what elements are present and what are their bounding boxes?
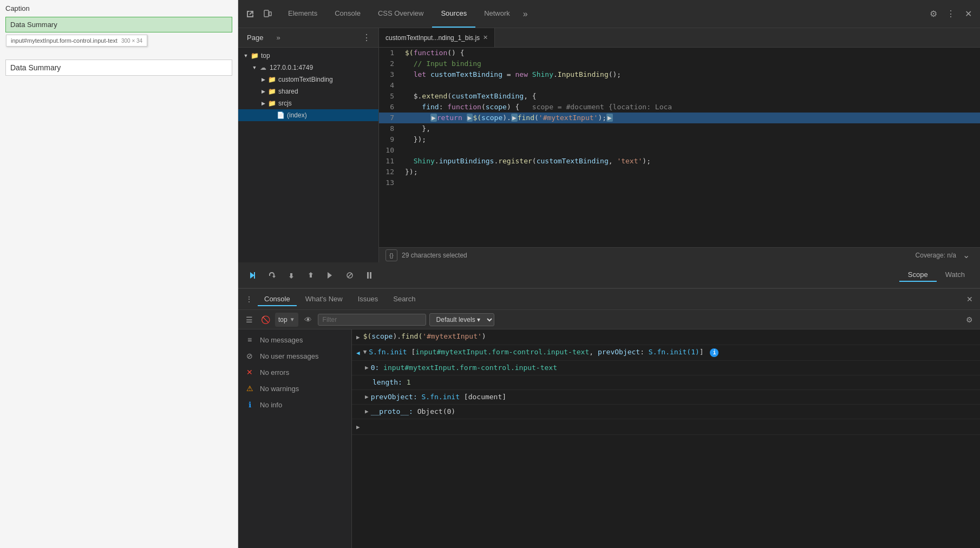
tab-elements[interactable]: Elements (279, 0, 326, 28)
console-tab-console[interactable]: Console (258, 293, 297, 306)
console-close-button[interactable]: ✕ (964, 293, 976, 305)
code-tab-active[interactable]: customTextInput...nding_1_bis.js ✕ (379, 28, 495, 47)
code-line-12: 12 }); (379, 167, 980, 177)
child-0-value[interactable]: input#mytextInput.form-control.input-tex… (383, 364, 557, 372)
filter-label-errors: No errors (260, 368, 289, 377)
pretty-print-button[interactable]: {} (386, 249, 397, 261)
more-arrow[interactable]: ▶ (356, 421, 360, 432)
line-number-6: 6 (379, 102, 401, 113)
code-line-7: 7 ▶return ▶$(scope).▶find('#mytextInput'… (379, 113, 980, 123)
tree-item-top[interactable]: ▼ 📁 top (238, 50, 378, 62)
watch-tab[interactable]: Watch (937, 268, 974, 282)
sub-tab-page[interactable]: Page (243, 34, 267, 42)
filter-no-user-messages[interactable]: ⊘ No user messages (238, 348, 351, 364)
console-filter-input[interactable] (318, 314, 426, 326)
inspect-element-button[interactable] (243, 6, 258, 22)
result-prevobj-prop: prevObject (598, 348, 640, 356)
resume-button[interactable] (245, 268, 260, 283)
close-devtools-button[interactable]: ✕ (961, 6, 976, 22)
filter-no-errors[interactable]: ✕ No errors (238, 364, 351, 380)
console-sidebar-toggle[interactable]: ☰ (243, 313, 256, 326)
console-tab-search[interactable]: Search (387, 293, 422, 306)
tree-item-server[interactable]: ▼ ☁ 127.0.0.1:4749 (238, 62, 378, 74)
tree-label-srcjs: srcjs (278, 100, 292, 107)
data-summary-input[interactable] (5, 60, 232, 76)
more-tabs-button[interactable]: » (519, 9, 532, 19)
step-into-button[interactable] (284, 268, 299, 283)
filter-no-info[interactable]: ℹ No info (238, 397, 351, 413)
tree-item-shared[interactable]: ▶ 📁 shared (238, 85, 378, 97)
step-out-button[interactable] (303, 268, 318, 283)
clear-console-button[interactable]: 🚫 (259, 313, 272, 326)
console-settings-button[interactable]: ⚙ (963, 313, 976, 326)
result-input-link[interactable]: input#mytextInput.form-control.input-tex… (415, 348, 589, 356)
code-content[interactable]: 1 $(function() { 2 // Input binding 3 le… (379, 48, 980, 247)
tab-sources[interactable]: Sources (432, 0, 475, 28)
debugger-toolbar: Scope Watch (238, 262, 980, 288)
proto-arrow[interactable]: ▶ (365, 407, 369, 417)
line-number-12: 12 (379, 167, 401, 177)
tree-item-srcjs[interactable]: ▶ 📁 srcjs (238, 97, 378, 109)
code-editor-area: customTextInput...nding_1_bis.js ✕ 1 $(f… (379, 28, 980, 262)
prevobject-prop: prevObject: (371, 393, 422, 401)
proto-prop: __proto__: (371, 407, 417, 415)
console-line-child-0: ▶ 0: input#mytextInput.form-control.inpu… (352, 361, 980, 375)
result-expand-arrow[interactable]: ▼ (363, 347, 367, 357)
more-options-button[interactable]: ⋮ (943, 6, 958, 22)
eye-button[interactable]: 👁 (302, 313, 315, 326)
tree-arrow-server: ▼ (251, 64, 258, 71)
expression-arrow[interactable]: ▶ (356, 332, 360, 342)
tab-console[interactable]: Console (326, 0, 369, 28)
file-tree-more-button[interactable]: ⋮ (359, 30, 374, 45)
line-number-9: 9 (379, 134, 401, 145)
code-table: 1 $(function() { 2 // Input binding 3 le… (379, 48, 980, 188)
code-line-13: 13 (379, 177, 980, 188)
step-button[interactable] (323, 268, 338, 283)
code-line-8: 8 }, (379, 123, 980, 134)
error-icon: ✕ (245, 367, 254, 377)
result-type: S.fn.init (369, 348, 411, 356)
sub-tab-more[interactable]: » (272, 34, 284, 42)
line-number-3: 3 (379, 69, 401, 80)
code-line-4: 4 (379, 80, 980, 91)
console-tab-issues[interactable]: Issues (351, 293, 385, 306)
devtools-toolbar: Elements Console CSS Overview Sources Ne… (238, 0, 980, 28)
line-code-13 (401, 177, 980, 188)
tab-css-overview[interactable]: CSS Overview (369, 0, 433, 28)
tree-arrow-custom: ▶ (260, 76, 266, 83)
console-tab-whats-new[interactable]: What's New (299, 293, 349, 306)
line-code-1: $(function() { (401, 48, 980, 58)
filter-no-messages[interactable]: ≡ No messages (238, 332, 351, 348)
tree-folder-icon-top: 📁 (250, 51, 259, 60)
result-left-arrow[interactable]: ◀ (356, 347, 360, 358)
device-toggle-button[interactable] (260, 6, 275, 22)
scope-tab[interactable]: Scope (899, 268, 937, 282)
tab-network[interactable]: Network (475, 0, 519, 28)
settings-button[interactable]: ⚙ (926, 6, 941, 22)
code-line-3: 3 let customTextBinding = new Shiny.Inpu… (379, 69, 980, 80)
deactivate-breakpoints-button[interactable] (342, 268, 357, 283)
svg-marker-4 (328, 272, 332, 279)
line-code-5: $.extend(customTextBinding, { (401, 91, 980, 102)
tree-item-index[interactable]: 📄 (index) (238, 109, 378, 121)
console-output: ▶ $(scope).find('#mytextInput') ◀ ▼ S.fn… (352, 329, 980, 548)
code-tab-close[interactable]: ✕ (483, 34, 488, 41)
step-over-button[interactable] (264, 268, 279, 283)
top-context-dropdown[interactable]: ▼ (290, 316, 295, 322)
coverage-expand-button[interactable]: ⌄ (958, 248, 974, 263)
console-more-button[interactable]: ⋮ (243, 293, 256, 306)
line-code-3: let customTextBinding = new Shiny.InputB… (401, 69, 980, 80)
pause-on-exceptions-button[interactable] (362, 268, 377, 283)
log-level-select[interactable]: Default levels ▾ (429, 313, 494, 326)
svg-rect-7 (367, 272, 369, 279)
line-code-9: }); (401, 134, 980, 145)
prevobject-arrow[interactable]: ▶ (365, 392, 369, 402)
filter-no-warnings[interactable]: ⚠ No warnings (238, 380, 351, 397)
tree-item-customtextbinding[interactable]: ▶ 📁 customTextBinding (238, 74, 378, 85)
expression-find: find( (401, 332, 422, 340)
child-0-prop: 0: (371, 364, 383, 372)
child-0-arrow[interactable]: ▶ (365, 363, 369, 373)
prevobject-close: ] (502, 393, 506, 401)
length-prop: length: (373, 378, 407, 386)
result-colon: : (640, 348, 649, 356)
